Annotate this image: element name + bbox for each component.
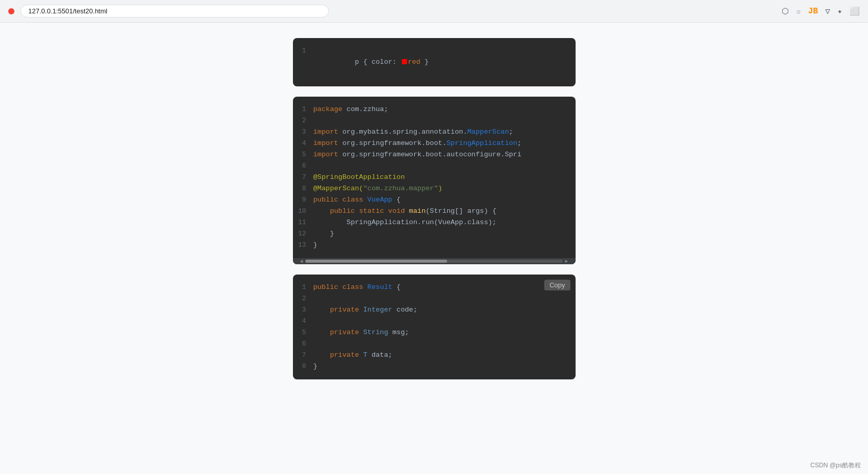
- line-code: [313, 338, 318, 350]
- code-line: 1 package com.zzhua;: [293, 104, 576, 115]
- line-number: 1: [293, 104, 313, 115]
- line-number: 8: [293, 361, 313, 372]
- code-line: 7 @SpringBootApplication: [293, 172, 576, 183]
- line-code: import org.springframework.boot.SpringAp…: [313, 138, 522, 149]
- code-line: 4 import org.springframework.boot.Spring…: [293, 138, 576, 149]
- line-code: SpringApplication.run(VueApp.class);: [313, 217, 496, 228]
- scroll-track[interactable]: [305, 260, 563, 263]
- line-code: import org.springframework.boot.autoconf…: [313, 149, 522, 160]
- line-number: 6: [293, 160, 313, 172]
- window-icon[interactable]: ⬜: [849, 6, 860, 16]
- line-number: 7: [293, 172, 313, 183]
- code-block-java2: Copy 1 public class Result { 2 3 private…: [293, 275, 576, 379]
- code-line: 11 SpringApplication.run(VueApp.class);: [293, 217, 576, 228]
- line-number: 5: [293, 149, 313, 160]
- code-line: 6: [293, 338, 576, 350]
- jetbrains-icon[interactable]: JB: [808, 7, 818, 16]
- line-number: 9: [293, 194, 313, 206]
- line-code: public class VueApp {: [313, 194, 401, 206]
- code-line: 3 import org.mybatis.spring.annotation.M…: [293, 126, 576, 138]
- code-block-css: 1 p { color: red }: [293, 38, 576, 86]
- line-code: [313, 293, 318, 304]
- scroll-right-arrow[interactable]: ▶: [565, 258, 568, 264]
- watermark: CSDN @ps酷教程: [810, 461, 861, 470]
- line-number: 10: [293, 206, 313, 217]
- line-code: p { color: red }: [313, 45, 429, 79]
- code-line: 5 private String msg;: [293, 327, 576, 338]
- code-line: 4: [293, 316, 576, 327]
- code-line: 8 @MapperScan("com.zzhua.mapper"): [293, 183, 576, 194]
- line-number: 1: [293, 282, 313, 293]
- scroll-thumb[interactable]: [305, 260, 447, 263]
- url-bar[interactable]: 127.0.0.1:5501/test20.html: [21, 5, 329, 17]
- browser-dot: [8, 8, 14, 14]
- line-number: 13: [293, 240, 313, 251]
- line-number: 8: [293, 183, 313, 194]
- code-block-java1: 1 package com.zzhua; 2 3 import org.myba…: [293, 97, 576, 264]
- code-line: 1 p { color: red }: [293, 45, 576, 79]
- line-number: 4: [293, 316, 313, 327]
- line-code: package com.zzhua;: [313, 104, 389, 115]
- line-code: public class Result {: [313, 282, 401, 293]
- line-number: 5: [293, 327, 313, 338]
- browser-bar: 127.0.0.1:5501/test20.html ⬡ ☆ JB ▽ ✦ ⬜: [0, 0, 868, 23]
- content-area: 1 p { color: red } 1 package com.zzhua; …: [0, 23, 868, 474]
- share-icon[interactable]: ⬡: [782, 6, 789, 16]
- puzzle-icon[interactable]: ✦: [837, 6, 842, 16]
- code-line: 9 public class VueApp {: [293, 194, 576, 206]
- code-content-java1: 1 package com.zzhua; 2 3 import org.myba…: [293, 97, 576, 258]
- line-code: private Integer code;: [313, 304, 418, 316]
- bookmark-icon[interactable]: ☆: [796, 6, 801, 16]
- line-code: public static void main(String[] args) {: [313, 206, 497, 217]
- line-code: @MapperScan("com.zzhua.mapper"): [313, 183, 442, 194]
- browser-icons: ⬡ ☆ JB ▽ ✦ ⬜: [782, 6, 860, 16]
- line-code: }: [313, 361, 318, 372]
- code-content-css: 1 p { color: red }: [293, 38, 576, 86]
- line-number: 2: [293, 115, 313, 126]
- line-number: 11: [293, 217, 313, 228]
- line-number: 1: [293, 45, 313, 57]
- code-line: 7 private T data;: [293, 350, 576, 361]
- line-code: import org.mybatis.spring.annotation.Map…: [313, 126, 513, 138]
- scroll-left-arrow[interactable]: ◀: [300, 258, 303, 264]
- line-code: private T data;: [313, 350, 393, 361]
- line-code: @SpringBootApplication: [313, 172, 405, 183]
- code-line: 6: [293, 160, 576, 172]
- code-line: 13 }: [293, 240, 576, 251]
- code-line: 3 private Integer code;: [293, 304, 576, 316]
- code-line: 10 public static void main(String[] args…: [293, 206, 576, 217]
- line-number: 4: [293, 138, 313, 149]
- code-line: 1 public class Result {: [293, 282, 576, 293]
- code-line: 12 }: [293, 228, 576, 240]
- code-line: 2: [293, 293, 576, 304]
- line-number: 3: [293, 126, 313, 138]
- line-code: private String msg;: [313, 327, 409, 338]
- code-line: 5 import org.springframework.boot.autoco…: [293, 149, 576, 160]
- line-number: 6: [293, 338, 313, 350]
- code-line: 2: [293, 115, 576, 126]
- line-number: 3: [293, 304, 313, 316]
- line-code: [313, 115, 318, 126]
- line-code: [313, 160, 318, 172]
- code-content-java2: 1 public class Result { 2 3 private Inte…: [293, 275, 576, 379]
- line-code: [313, 316, 318, 327]
- line-number: 7: [293, 350, 313, 361]
- line-code: }: [313, 228, 335, 240]
- color-swatch-red: [402, 59, 407, 64]
- code-line: 8 }: [293, 361, 576, 372]
- line-code: }: [313, 240, 318, 251]
- extensions-icon[interactable]: ▽: [825, 6, 830, 16]
- line-number: 2: [293, 293, 313, 304]
- horizontal-scrollbar[interactable]: ◀ ▶: [293, 258, 576, 264]
- line-number: 12: [293, 228, 313, 240]
